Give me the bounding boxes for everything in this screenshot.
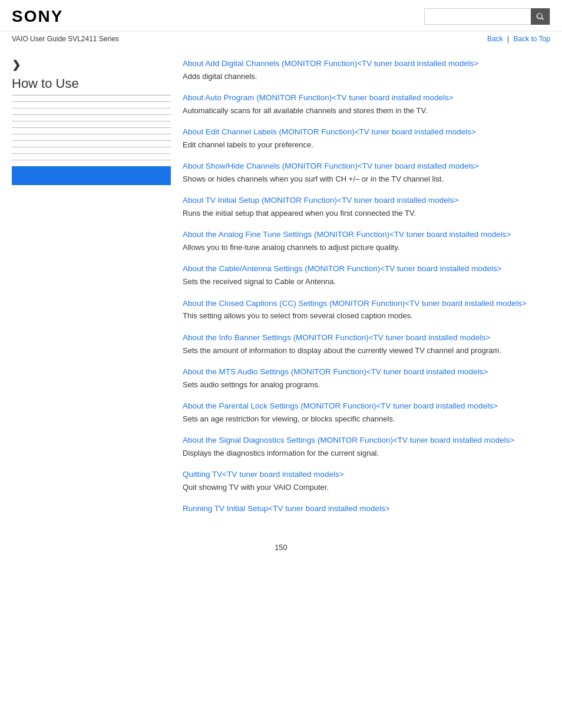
content-desc-10: Sets an age restriction for viewing, or … [183, 414, 550, 424]
content-item-10: About the Parental Lock Settings (MONITO… [183, 401, 550, 424]
content-item-5: About the Analog Fine Tune Settings (MON… [183, 229, 550, 253]
back-link[interactable]: Back [487, 35, 503, 43]
sidebar-divider-6 [12, 134, 171, 134]
content-link-10[interactable]: About the Parental Lock Settings (MONITO… [183, 401, 498, 410]
content-desc-2: Edit channel labels to your preference. [183, 140, 550, 150]
content-item-8: About the Info Banner Settings (MONITOR … [183, 332, 550, 356]
back-to-top-link[interactable]: Back to Top [514, 35, 550, 43]
search-box [424, 8, 550, 25]
content-area: About Add Digital Channels (MONITOR Func… [183, 52, 550, 525]
sidebar: ❯ How to Use [12, 52, 183, 525]
content-item-3: About Show/Hide Channels (MONITOR Functi… [183, 161, 550, 185]
content-link-0[interactable]: About Add Digital Channels (MONITOR Func… [183, 59, 479, 68]
content-item-13: Running TV Initial Setup<TV tuner board … [183, 503, 550, 515]
sidebar-divider-7 [12, 140, 171, 141]
content-link-6[interactable]: About the Cable/Antenna Settings (MONITO… [183, 264, 502, 273]
content-item-7: About the Closed Captions (CC) Settings … [183, 298, 550, 322]
sidebar-divider-5 [12, 127, 171, 128]
content-desc-11: Displays the diagnostics information for… [183, 448, 550, 459]
nav-links: Back | Back to Top [487, 35, 550, 43]
sidebar-divider-10 [12, 160, 171, 160]
content-link-5[interactable]: About the Analog Fine Tune Settings (MON… [183, 230, 511, 239]
content-desc-4: Runs the initial setup that appeared whe… [183, 208, 550, 219]
content-link-2[interactable]: About Edit Channel Labels (MONITOR Funct… [183, 127, 476, 136]
sidebar-arrow[interactable]: ❯ [12, 58, 171, 71]
sidebar-active-item[interactable] [12, 166, 171, 185]
page-number: 150 [275, 543, 287, 552]
nav-separator: | [507, 35, 509, 43]
main-layout: ❯ How to Use About Add Digital Channels … [0, 47, 562, 537]
sidebar-divider-4 [12, 121, 171, 121]
content-item-4: About TV Initial Setup (MONITOR Function… [183, 195, 550, 219]
content-desc-7: This setting allows you to select from s… [183, 311, 550, 321]
content-link-12[interactable]: Quitting TV<TV tuner board installed mod… [183, 470, 344, 479]
content-link-3[interactable]: About Show/Hide Channels (MONITOR Functi… [183, 162, 479, 170]
content-desc-1: Automatically scans for all available ch… [183, 106, 550, 116]
content-link-9[interactable]: About the MTS Audio Settings (MONITOR Fu… [183, 367, 488, 376]
content-desc-6: Sets the received signal to Cable or Ant… [183, 276, 550, 287]
search-input[interactable] [425, 9, 531, 24]
content-link-7[interactable]: About the Closed Captions (CC) Settings … [183, 299, 527, 308]
content-desc-12: Quit showing TV with your VAIO Computer. [183, 482, 550, 493]
content-link-8[interactable]: About the Info Banner Settings (MONITOR … [183, 333, 490, 342]
footer: 150 [0, 537, 562, 558]
search-button[interactable] [531, 8, 550, 25]
content-item-6: About the Cable/Antenna Settings (MONITO… [183, 263, 550, 287]
content-desc-5: Allows you to fine-tune analog channels … [183, 242, 550, 253]
sidebar-divider-9 [12, 153, 171, 154]
sidebar-divider-2 [12, 108, 171, 108]
subheader: VAIO User Guide SVL2411 Series Back | Ba… [0, 31, 562, 47]
content-desc-0: Adds digital channels. [183, 71, 550, 82]
content-desc-9: Sets audio settings for analog programs. [183, 380, 550, 390]
content-item-12: Quitting TV<TV tuner board installed mod… [183, 469, 550, 493]
content-desc-3: Shows or hides channels when you surf wi… [183, 174, 550, 185]
content-link-4[interactable]: About TV Initial Setup (MONITOR Function… [183, 196, 458, 205]
content-desc-8: Sets the amount of information to displa… [183, 345, 550, 356]
header: SONY [0, 0, 562, 31]
content-item-2: About Edit Channel Labels (MONITOR Funct… [183, 127, 550, 150]
sidebar-divider-3 [12, 114, 171, 115]
content-link-1[interactable]: About Auto Program (MONITOR Function)<TV… [183, 93, 454, 102]
content-item-1: About Auto Program (MONITOR Function)<TV… [183, 93, 550, 116]
content-item-9: About the MTS Audio Settings (MONITOR Fu… [183, 367, 550, 390]
sidebar-title: How to Use [12, 76, 171, 95]
guide-title: VAIO User Guide SVL2411 Series [12, 35, 119, 43]
content-item-11: About the Signal Diagnostics Settings (M… [183, 435, 550, 459]
content-link-13[interactable]: Running TV Initial Setup<TV tuner board … [183, 504, 390, 513]
sidebar-divider-8 [12, 147, 171, 147]
sidebar-divider-1 [12, 101, 171, 102]
content-link-11[interactable]: About the Signal Diagnostics Settings (M… [183, 436, 514, 444]
content-item-0: About Add Digital Channels (MONITOR Func… [183, 58, 550, 82]
sony-logo: SONY [12, 7, 63, 26]
